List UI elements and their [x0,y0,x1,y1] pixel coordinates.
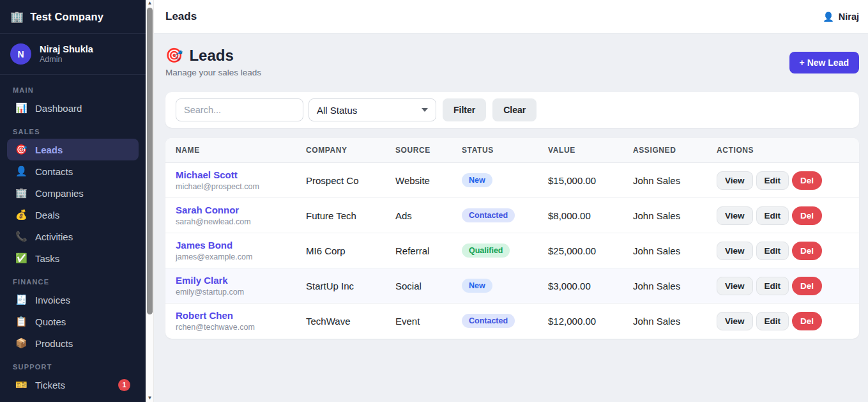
lead-assigned: John Sales [623,163,706,198]
scroll-down-arrow-icon[interactable]: ▼ [146,395,154,401]
building-icon: 🏢 [15,187,27,199]
clipboard-icon: 📋 [15,316,27,327]
scroll-up-arrow-icon[interactable]: ▲ [146,0,154,6]
delete-button[interactable]: Del [792,277,822,295]
lead-email: emily@startup.com [176,288,286,297]
status-badge: Contacted [462,208,515,222]
delete-button[interactable]: Del [792,206,822,225]
sidebar-item-label: Activities [35,231,73,242]
sidebar-item-activities[interactable]: 📞 Activities [7,226,139,247]
section-label-finance: Finance [13,278,133,286]
sidebar-item-label: Contacts [35,166,73,177]
table-row: James Bond james@example.com MI6 Corp Re… [165,233,859,268]
column-header-actions: Actions [706,138,859,163]
view-button[interactable]: View [717,312,753,330]
delete-button[interactable]: Del [792,312,822,330]
page-subtitle: Manage your sales leads [165,68,261,77]
sidebar-item-label: Dashboard [35,103,82,114]
lead-assigned: John Sales [623,304,706,339]
lead-email: james@example.com [176,252,286,261]
sidebar-item-label: Products [35,338,73,349]
sidebar-item-leads[interactable]: 🎯 Leads [7,139,139,160]
page-title: 🎯 Leads [165,47,261,65]
edit-button[interactable]: Edit [756,277,789,295]
company-name: Test Company [30,11,103,23]
sidebar-item-label: Leads [35,144,63,155]
target-icon: 🎯 [165,47,183,64]
sidebar-scrollbar[interactable]: ▲ ▼ [146,0,154,402]
ticket-icon: 🎫 [15,379,27,390]
edit-button[interactable]: Edit [756,242,789,260]
status-select[interactable]: All Status [308,98,436,121]
user-name: Niraj Shukla [40,44,93,55]
lead-name-link[interactable]: Michael Scott [176,169,286,181]
status-badge: Contacted [462,314,515,328]
view-button[interactable]: View [717,277,753,295]
delete-button[interactable]: Del [792,242,822,260]
status-badge: New [462,173,492,187]
delete-button[interactable]: Del [792,171,822,190]
edit-button[interactable]: Edit [756,312,789,330]
check-icon: ✅ [15,252,27,264]
view-button[interactable]: View [717,206,753,225]
table-header-row: Name Company Source Status Value Assigne… [165,138,859,163]
search-input[interactable] [176,98,303,121]
lead-assigned: John Sales [623,233,706,268]
lead-company: StartUp Inc [296,268,385,304]
edit-button[interactable]: Edit [756,206,789,225]
sidebar-item-invoices[interactable]: 🧾 Invoices [7,289,139,311]
header-user-menu[interactable]: 👤 Niraj [823,12,859,22]
new-lead-button[interactable]: + New Lead [789,52,859,73]
sidebar-item-label: Invoices [35,295,70,305]
lead-email: michael@prospect.com [176,182,286,191]
clear-button[interactable]: Clear [492,98,537,121]
header-title: Leads [165,10,197,23]
moneybag-icon: 💰 [15,209,27,220]
dashboard-icon: 📊 [15,102,27,114]
sidebar-item-label: Tasks [35,253,59,264]
lead-email: sarah@newlead.com [176,217,286,226]
chevron-down-icon [422,108,428,112]
status-select-value: All Status [317,105,357,116]
sidebar-item-tickets[interactable]: 🎫 Tickets 1 [7,374,139,396]
package-icon: 📦 [15,337,27,349]
column-header-assigned: Assigned [623,138,706,163]
lead-name-link[interactable]: Sarah Connor [176,205,286,216]
lead-name-link[interactable]: Robert Chen [176,310,286,321]
filter-button[interactable]: Filter [443,98,486,121]
sidebar-item-contacts[interactable]: 👤 Contacts [7,160,139,182]
company-header: 🏢 Test Company [0,0,146,34]
view-button[interactable]: View [717,242,753,260]
section-label-main: Main [13,86,133,94]
sidebar-item-companies[interactable]: 🏢 Companies [7,182,139,204]
sidebar-item-label: Tickets [35,380,65,390]
section-label-support: Support [13,363,133,371]
lead-source: Ads [385,198,452,233]
sidebar-item-products[interactable]: 📦 Products [7,332,139,354]
target-icon: 🎯 [15,144,27,155]
scrollbar-thumb[interactable] [147,8,153,314]
header-user-name: Niraj [839,12,859,22]
sidebar-item-quotes[interactable]: 📋 Quotes [7,311,139,332]
sidebar-item-tasks[interactable]: ✅ Tasks [7,247,139,269]
column-header-status: Status [452,138,538,163]
table-row: Robert Chen rchen@techwave.com TechWave … [165,304,859,339]
lead-source: Social [385,268,452,304]
lead-source: Website [385,163,452,198]
table-row: Michael Scott michael@prospect.com Prosp… [165,163,859,198]
page-title-text: Leads [189,47,233,65]
status-badge: Qualified [462,244,510,258]
lead-company: Prospect Co [296,163,385,198]
sidebar-item-dashboard[interactable]: 📊 Dashboard [7,97,139,119]
view-button[interactable]: View [717,171,753,190]
user-profile: N Niraj Shukla Admin [0,34,146,75]
person-icon: 👤 [15,166,27,177]
lead-name-link[interactable]: Emily Clark [176,275,286,286]
sidebar-item-deals[interactable]: 💰 Deals [7,204,139,226]
lead-value: $3,000.00 [538,268,623,304]
lead-name-link[interactable]: James Bond [176,240,286,251]
table-row: Emily Clark emily@startup.com StartUp In… [165,268,859,304]
edit-button[interactable]: Edit [756,171,789,190]
filter-bar: All Status Filter Clear [165,92,859,128]
column-header-value: Value [538,138,623,163]
